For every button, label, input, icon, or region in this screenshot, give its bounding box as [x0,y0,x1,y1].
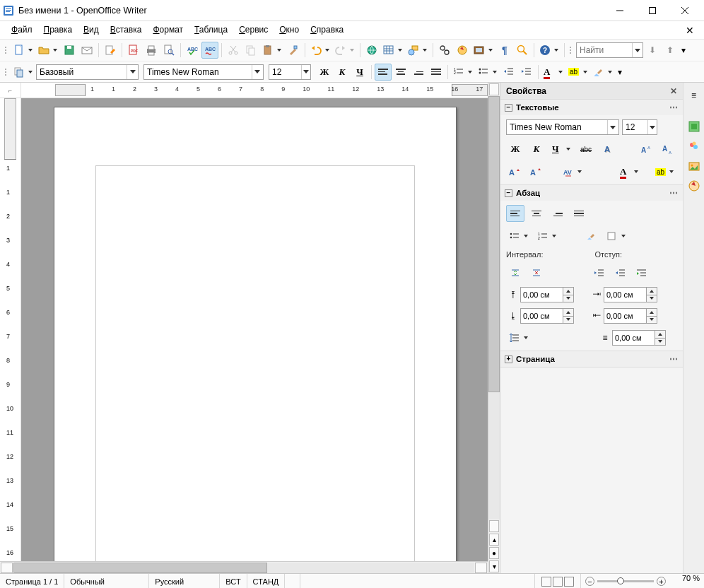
drawing-button[interactable] [406,42,430,59]
undo-button[interactable] [308,42,332,59]
indent-increase-button[interactable] [590,264,609,281]
status-view-layout[interactable] [535,574,581,588]
autospellcheck-button[interactable]: ABC [201,42,218,59]
size-input[interactable] [269,67,301,77]
print-button[interactable] [143,42,160,59]
toolbar-grip[interactable] [568,47,573,54]
status-style[interactable]: Обычный [64,574,149,588]
sidebar-subscript-button[interactable]: AA [659,141,677,158]
vertical-scrollbar[interactable]: ▴ ● ▾ [488,83,500,573]
scroll-right-button[interactable] [475,563,487,573]
spacing-below-spin[interactable]: ⭳ [506,308,574,324]
nav-object-button[interactable]: ● [489,547,499,559]
font-name-combo[interactable] [143,64,264,80]
scroll-down-button[interactable] [489,520,499,532]
zoom-out-button[interactable]: − [585,577,594,586]
underline-button[interactable]: Ч [351,64,368,81]
para-numbering-button[interactable]: 12 [534,228,560,245]
sidebar-menu-button[interactable]: ≡ [686,87,703,104]
gallery-tab[interactable] [686,158,703,175]
toolbar-overflow[interactable]: ▾ [679,42,688,59]
close-document-button[interactable]: ✕ [681,23,698,37]
spacing-increase-button[interactable] [506,264,524,281]
edit-file-button[interactable] [102,42,119,59]
toolbar-grip[interactable] [3,47,8,54]
toolbar-overflow[interactable]: ▾ [616,64,624,81]
increase-indent-button[interactable] [518,64,535,81]
prev-page-button[interactable]: ▴ [489,534,499,546]
indent-first-spin[interactable]: ≡ [598,330,666,346]
menu-edit[interactable]: Правка [38,23,78,37]
indent-decrease-button[interactable] [611,264,630,281]
email-button[interactable] [78,42,95,59]
maximize-button[interactable] [636,1,669,20]
text-section-more[interactable]: ⋯ [669,102,679,112]
menu-format[interactable]: Формат [147,23,189,37]
font-input[interactable] [144,67,252,77]
hyperlink-button[interactable] [363,42,380,59]
paragraph-style-combo[interactable] [36,64,139,80]
background-color-button[interactable] [591,64,615,81]
styles-tab[interactable] [686,138,703,155]
vscroll-thumb[interactable] [488,96,500,392]
new-button[interactable] [11,42,35,59]
indent-left-spin[interactable]: ⭲ [589,287,657,302]
zoom-in-button[interactable]: + [657,577,666,586]
menu-view[interactable]: Вид [78,23,105,37]
format-paintbrush-button[interactable] [285,42,302,59]
status-insert-mode[interactable]: ВСТ [220,574,247,588]
find-combo[interactable] [576,42,643,58]
multi-page-view-icon[interactable] [553,577,563,587]
book-view-icon[interactable] [564,577,574,587]
paste-button[interactable] [260,42,284,59]
sidebar-bold-button[interactable]: Ж [506,141,524,158]
toolbar-grip[interactable] [3,69,8,76]
sidebar-increase-font-button[interactable]: A [506,163,524,180]
sidebar-decrease-font-button[interactable]: A [527,163,546,180]
find-next-button[interactable]: ⬇ [644,42,661,59]
para-align-right-button[interactable] [548,205,567,222]
sidebar-strike-button[interactable]: abc [577,141,595,158]
gallery-button[interactable] [471,42,495,59]
properties-tab[interactable] [686,118,703,135]
table-button[interactable] [381,42,405,59]
align-left-button[interactable] [375,64,392,81]
spellcheck-button[interactable]: ABC [184,42,201,59]
font-color-button[interactable]: A [541,64,565,81]
menu-help[interactable]: Справка [305,23,349,37]
help-button[interactable]: ? [537,42,561,59]
sidebar-font-color-button[interactable]: A [616,163,642,180]
bold-button[interactable]: Ж [316,64,333,81]
align-justify-button[interactable] [428,64,445,81]
sidebar-highlight-button[interactable]: ab [652,163,677,180]
line-spacing-button[interactable] [506,329,532,346]
sidebar-italic-button[interactable]: К [527,141,546,158]
single-page-view-icon[interactable] [541,577,551,587]
status-page[interactable]: Страница 1 / 1 [0,574,64,588]
export-pdf-button[interactable]: PDF [125,42,142,59]
align-center-button[interactable] [392,64,409,81]
zoom-slider[interactable] [597,580,654,582]
horizontal-scrollbar[interactable] [0,561,488,573]
indent-right-spin[interactable]: ⭰ [589,308,657,324]
sidebar-underline-button[interactable]: Ч [548,141,574,158]
menu-tools[interactable]: Сервис [233,23,274,37]
numbering-button[interactable]: 12 [451,64,475,81]
save-button[interactable] [61,42,78,59]
menu-table[interactable]: Таблица [189,23,233,37]
paragraph-section-more[interactable]: ⋯ [669,188,679,198]
style-input[interactable] [37,67,127,77]
spacing-decrease-button[interactable] [527,264,546,281]
sidebar-shadow-button[interactable]: A [598,141,616,158]
highlight-button[interactable]: ab [566,64,590,81]
para-bullets-button[interactable] [506,228,532,245]
sidebar-font-combo[interactable] [506,119,619,135]
find-input[interactable] [577,45,632,55]
italic-button[interactable]: К [334,64,351,81]
cut-button[interactable] [225,42,242,59]
menu-file[interactable]: Файл [6,23,38,37]
next-page-button[interactable]: ▾ [489,560,499,572]
text-section-header[interactable]: −Текстовые ⋯ [500,100,683,115]
close-button[interactable] [669,1,701,20]
zoom-percent[interactable]: 70 % [670,574,704,588]
